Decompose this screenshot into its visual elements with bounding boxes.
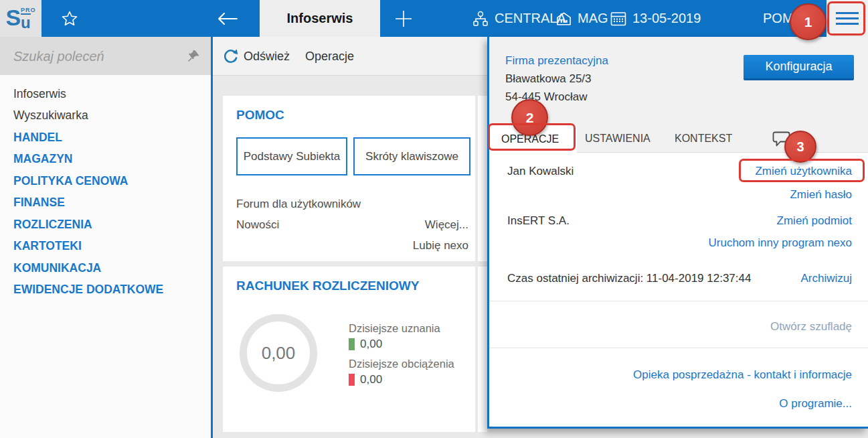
hidden-card-sliver [478,267,487,432]
sidebar: Infoserwis Wyszukiwarka HANDEL MAGAZYN P… [0,37,213,438]
sidebar-item-wyszukiwarka[interactable]: Wyszukiwarka [0,105,211,127]
debits-value: 0,00 [360,373,382,386]
highlight-box-hamburger [827,1,865,35]
top-bar: S PRO u Infoserwis CENTRALA MAG [0,0,868,37]
sidebar-item-komunikacja[interactable]: KOMUNIKACJA [0,257,211,279]
app-window: S PRO u Infoserwis CENTRALA MAG [0,0,868,438]
after-sales-support-link[interactable]: Opieka posprzedażna - kontakt i informac… [633,368,852,382]
sidebar-item-rozliczenia[interactable]: ROZLICZENIA [0,214,211,236]
company-name-link[interactable]: Firma prezentacyjna [505,54,608,68]
hidden-card-sliver [478,96,487,261]
search-input[interactable] [12,45,179,68]
open-drawer-link[interactable]: Otwórz szufladę [770,320,852,334]
favorites-star-icon[interactable] [60,0,79,37]
warehouse-label: MAG [578,11,608,26]
command-search [0,37,211,75]
change-password-link[interactable]: Zmień hasło [790,188,852,202]
credits-value: 0,00 [360,338,382,351]
warehouse-selector[interactable]: MAG [555,0,608,37]
help-card-title: POMOC [236,108,284,123]
org-chart-icon [472,10,489,27]
infoserwis-toolbar: Odśwież Operacje [213,37,487,76]
current-user-name: Jan Kowalski [507,165,574,178]
more-link[interactable]: Więcej... [425,218,468,232]
panel-divider [489,301,868,301]
sidebar-item-kartoteki[interactable]: KARTOTEKI [0,236,211,258]
company-address-line2: 54-445 Wrocław [505,90,588,104]
logo-sub: u [21,13,31,31]
balance-donut-chart: 0,00 [240,314,317,392]
configuration-button[interactable]: Konfiguracja [744,55,854,80]
news-link[interactable]: Nowości [236,218,279,232]
highlight-box-change-user [739,159,865,182]
sidebar-item-magazyn[interactable]: MAGAZYN [0,149,211,171]
sidebar-item-handel[interactable]: HANDEL [0,127,211,149]
step-badge-1: 1 [790,3,827,40]
pin-icon[interactable] [187,50,200,65]
change-entity-link[interactable]: Zmień podmiot [777,214,852,228]
tab-kontekst[interactable]: KONTEKST [675,125,732,153]
infoserwis-content: POMOC Podstawy Subiekta Skróty klawiszow… [213,76,487,438]
sidebar-item-finanse[interactable]: FINANSE [0,192,211,214]
calendar-icon [610,11,627,27]
app-logo[interactable]: S PRO u [0,0,41,37]
operations-menu[interactable]: Operacje [305,37,354,76]
balance-value: 0,00 [262,343,296,364]
panel-divider [489,348,868,348]
sidebar-item-infoserwis[interactable]: Infoserwis [0,83,211,105]
credits-swatch [349,338,355,350]
step-badge-3: 3 [784,131,816,163]
credits-label: Dzisiejsze uznania [349,322,454,335]
refresh-button[interactable]: Odśwież [244,37,290,76]
sidebar-nav: Infoserwis Wyszukiwarka HANDEL MAGAZYN P… [0,75,211,301]
highlight-box-operacje [488,123,576,151]
tab-ustawienia[interactable]: USTAWIENIA [585,125,650,153]
settlement-account-card: RACHUNEK ROZLICZENIOWY 0,00 Dzisiejsze u… [223,267,475,432]
date-label: 13-05-2019 [632,11,701,26]
account-card-title: RACHUNEK ROZLICZENIOWY [236,279,419,293]
podstawy-subiekta-button[interactable]: Podstawy Subiekta [236,137,347,175]
skroty-klawiszowe-button[interactable]: Skróty klawiszowe [353,137,470,175]
date-selector[interactable]: 13-05-2019 [610,0,701,37]
like-nexo-link[interactable]: Lubię nexo [413,239,468,252]
sidebar-item-ewidencje-dodatkowe[interactable]: EWIDENCJE DODATKOWE [0,279,211,301]
account-legend: Dzisiejsze uznania 0,00 Dzisiejsze obcią… [349,322,454,393]
sidebar-item-polityka-cenowa[interactable]: POLITYKA CENOWA [0,170,211,192]
tab-infoserwis-label: Infoserwis [287,11,353,26]
entity-name: InsERT S.A. [507,214,570,228]
forum-link[interactable]: Forum dla użytkowników [236,198,361,211]
refresh-icon[interactable] [222,48,239,67]
logo-pro-badge: PRO [21,7,36,13]
company-address-line1: Bławatkowa 25/3 [505,72,592,86]
main-menu-panel: Firma prezentacyjna Bławatkowa 25/3 54-4… [487,37,868,429]
new-tab-plus-icon[interactable] [394,0,414,37]
last-archive-label: Czas ostatniej archiwizacji: 11-04-2019 … [507,272,751,285]
tab-infoserwis[interactable]: Infoserwis [260,0,380,37]
about-program-link[interactable]: O programie... [779,397,852,411]
help-card: POMOC Podstawy Subiekta Skróty klawiszow… [223,96,475,261]
run-other-program-link[interactable]: Uruchom inny program nexo [709,236,852,250]
warehouse-icon [555,11,572,27]
archive-link[interactable]: Archiwizuj [800,272,852,285]
debits-swatch [349,374,355,386]
back-arrow-icon[interactable] [217,0,238,37]
branch-selector[interactable]: CENTRALA [472,0,566,37]
debits-label: Dzisiejsze obciążenia [349,358,454,370]
logo-main: S [5,6,21,29]
